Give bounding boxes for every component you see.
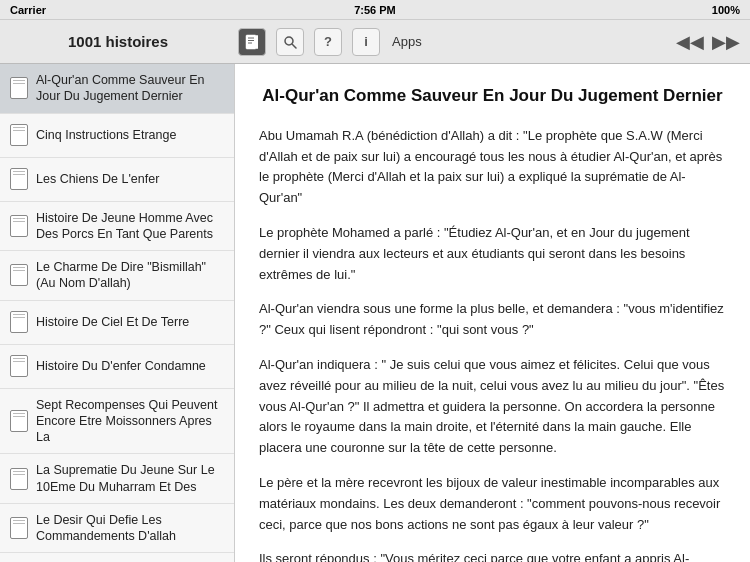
sidebar-item[interactable]: Sept Recompenses Qui Peuvent Encore Etre… xyxy=(0,389,234,455)
time-label: 7:56 PM xyxy=(354,4,396,16)
nav-arrows: ◀◀ ▶▶ xyxy=(674,31,742,53)
prev-arrow[interactable]: ◀◀ xyxy=(674,31,706,53)
apps-label[interactable]: Apps xyxy=(392,34,422,49)
document-icon xyxy=(10,311,28,333)
content-area: Al-Qur'an Comme Sauveur En Jour Du Jugem… xyxy=(235,64,750,562)
book-icon[interactable] xyxy=(238,28,266,56)
sidebar-item[interactable]: Histoire Du D'enfer Condamne xyxy=(0,345,234,389)
document-icon xyxy=(10,410,28,432)
question-symbol: ? xyxy=(324,34,332,49)
sidebar-item[interactable]: Le Desir Qui Defie Les Commandements D'a… xyxy=(0,504,234,554)
sidebar-item[interactable]: Le Charme De Dire "Bismillah" (Au Nom D'… xyxy=(0,251,234,301)
svg-point-5 xyxy=(285,37,293,45)
content-paragraph: Al-Qur'an indiquera : " Je suis celui qu… xyxy=(259,355,726,459)
sidebar-item[interactable]: Humanite Faisant Face A Six Intersection… xyxy=(0,553,234,562)
content-title: Al-Qur'an Comme Sauveur En Jour Du Jugem… xyxy=(259,84,726,108)
sidebar-item-label: Histoire Du D'enfer Condamne xyxy=(36,358,206,374)
svg-rect-0 xyxy=(246,35,256,49)
content-paragraph: Al-Qur'an viendra sous une forme la plus… xyxy=(259,299,726,341)
sidebar-item[interactable]: Cinq Instructions Etrange xyxy=(0,114,234,158)
toolbar: ? i Apps ◀◀ ▶▶ xyxy=(228,28,742,56)
sidebar-item-label: Le Charme De Dire "Bismillah" (Au Nom D'… xyxy=(36,259,224,292)
app-title: 1001 histoires xyxy=(8,33,228,50)
status-bar: Carrier 7:56 PM 100% xyxy=(0,0,750,20)
sidebar-item[interactable]: La Suprematie Du Jeune Sur Le 10Eme Du M… xyxy=(0,454,234,504)
sidebar-item-label: Histoire De Jeune Homme Avec Des Porcs E… xyxy=(36,210,224,243)
sidebar-item[interactable]: Histoire De Ciel Et De Terre xyxy=(0,301,234,345)
document-icon xyxy=(10,77,28,99)
document-icon xyxy=(10,355,28,377)
content-paragraph: Ils seront répondus : "Vous méritez ceci… xyxy=(259,549,726,562)
battery-label: 100% xyxy=(712,4,740,16)
sidebar-item[interactable]: Histoire De Jeune Homme Avec Des Porcs E… xyxy=(0,202,234,252)
sidebar: Al-Qur'an Comme Sauveur En Jour Du Jugem… xyxy=(0,64,235,562)
sidebar-item-label: Histoire De Ciel Et De Terre xyxy=(36,314,189,330)
document-icon xyxy=(10,215,28,237)
document-icon xyxy=(10,468,28,490)
info-icon[interactable]: i xyxy=(352,28,380,56)
content-paragraph: Le prophète Mohamed a parlé : "Étudiez A… xyxy=(259,223,726,285)
sidebar-item-label: Les Chiens De L'enfer xyxy=(36,171,159,187)
next-arrow[interactable]: ▶▶ xyxy=(710,31,742,53)
svg-rect-4 xyxy=(256,35,258,49)
sidebar-item[interactable]: Les Chiens De L'enfer xyxy=(0,158,234,202)
sidebar-item-label: Le Desir Qui Defie Les Commandements D'a… xyxy=(36,512,224,545)
info-symbol: i xyxy=(364,34,368,49)
sidebar-item-label: Cinq Instructions Etrange xyxy=(36,127,176,143)
document-icon xyxy=(10,517,28,539)
document-icon xyxy=(10,124,28,146)
sidebar-item-label: Sept Recompenses Qui Peuvent Encore Etre… xyxy=(36,397,224,446)
sidebar-item-label: La Suprematie Du Jeune Sur Le 10Eme Du M… xyxy=(36,462,224,495)
carrier-label: Carrier xyxy=(10,4,46,16)
content-paragraph: Abu Umamah R.A (bénédiction d'Allah) a d… xyxy=(259,126,726,209)
document-icon xyxy=(10,168,28,190)
search-icon[interactable] xyxy=(276,28,304,56)
question-icon[interactable]: ? xyxy=(314,28,342,56)
document-icon xyxy=(10,264,28,286)
sidebar-item-label: Al-Qur'an Comme Sauveur En Jour Du Jugem… xyxy=(36,72,224,105)
main-layout: Al-Qur'an Comme Sauveur En Jour Du Jugem… xyxy=(0,64,750,562)
nav-bar: 1001 histoires ? i Apps ◀◀ ▶▶ xyxy=(0,20,750,64)
svg-line-6 xyxy=(293,44,297,48)
content-paragraph: Le père et la mère recevront les bijoux … xyxy=(259,473,726,535)
sidebar-item[interactable]: Al-Qur'an Comme Sauveur En Jour Du Jugem… xyxy=(0,64,234,114)
